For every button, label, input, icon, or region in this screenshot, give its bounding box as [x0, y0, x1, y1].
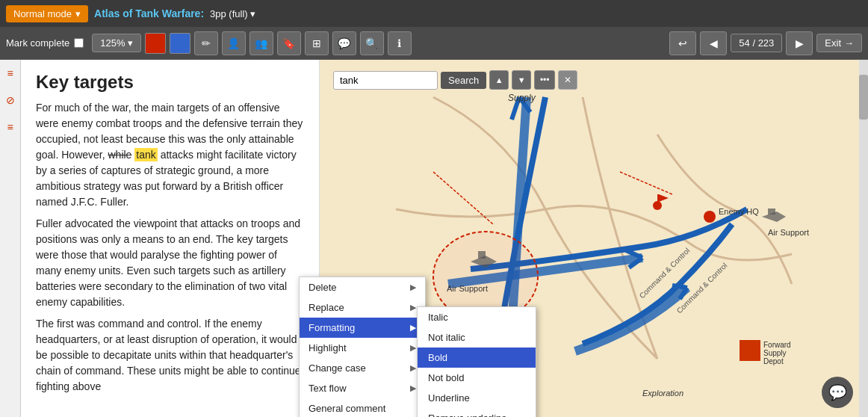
strikethrough-while: while [108, 149, 132, 161]
search-up-button[interactable]: ▲ [489, 70, 509, 90]
submenu-italic[interactable]: Italic [418, 307, 536, 327]
normal-mode-label: Normal mode [13, 8, 72, 19]
remove-underline-label: Remove underline [428, 413, 507, 417]
chat-button[interactable]: 💬 [332, 31, 356, 55]
formatting-arrow: ▶ [410, 323, 416, 333]
prev-page-button[interactable]: ◀ [700, 31, 727, 55]
svg-point-5 [704, 211, 716, 223]
highlight-label: Highlight [309, 342, 347, 353]
people-button[interactable]: 👥 [249, 31, 273, 55]
submenu-remove-underline[interactable]: Remove underline [418, 408, 536, 417]
color-blue-box[interactable] [170, 33, 190, 54]
delete-label: Delete [309, 282, 337, 293]
mark-complete-checkbox[interactable] [74, 38, 84, 48]
sidebar-icon-1[interactable]: ≡ [7, 67, 13, 79]
context-menu-formatting[interactable]: Formatting ▶ [300, 318, 425, 338]
undo-icon: ↩ [678, 37, 687, 49]
zoom-arrow: ▾ [128, 37, 133, 49]
person-button[interactable]: 👤 [222, 31, 246, 55]
search-input[interactable] [333, 71, 438, 90]
submenu-not-italic[interactable]: Not italic [418, 327, 536, 348]
change-case-arrow: ▶ [410, 363, 416, 373]
bold-label: Bold [428, 352, 447, 363]
bookmark-button[interactable]: 🔖 [277, 31, 301, 55]
search-up-icon: ▲ [495, 75, 503, 84]
context-menu-highlight[interactable]: Highlight ▶ [300, 338, 425, 358]
search-more-button[interactable]: ••• [534, 70, 555, 90]
atlas-title: Atlas of Tank Warfare: [94, 7, 204, 19]
air-support-right-label: Air Support [768, 228, 809, 237]
heading-text: Key targets [36, 72, 134, 92]
chat-icon: 💬 [338, 37, 350, 49]
change-case-label: Change case [309, 362, 366, 374]
submenu-bold[interactable]: Bold [418, 348, 536, 368]
context-menu-replace[interactable]: Replace ▶ [300, 297, 425, 318]
edition-arrow: ▾ [250, 8, 255, 19]
not-bold-label: Not bold [428, 372, 464, 383]
page-total: 223 [758, 37, 775, 49]
submenu-underline[interactable]: Underline [418, 388, 536, 408]
next-page-button[interactable]: ▶ [786, 31, 813, 55]
paragraph-1: For much of the war, the main targets of… [36, 100, 304, 210]
mark-complete-label: Mark complete [6, 37, 69, 49]
bookmark-icon: 🔖 [282, 37, 295, 49]
exit-arrow: → [844, 37, 854, 49]
context-menu-change-case[interactable]: Change case ▶ [300, 358, 425, 378]
search-close-button[interactable]: ✕ [558, 70, 577, 90]
search-submit-button[interactable]: Search [441, 72, 486, 89]
delete-arrow: ▶ [410, 282, 416, 292]
exit-button[interactable]: Exit → [816, 34, 862, 52]
main-content: ≡ ⊘ ≡ Key targets For much of the war, t… [0, 60, 868, 417]
mark-complete-container: Mark complete [6, 37, 84, 49]
sidebar-icon-2[interactable]: ⊘ [6, 94, 15, 106]
supply-label: Supply [508, 93, 536, 103]
page-separator: / [752, 37, 755, 49]
replace-arrow: ▶ [410, 303, 416, 312]
person-icon: 👤 [227, 37, 240, 49]
context-menu-general-comment[interactable]: General comment [300, 398, 425, 417]
text-panel: Key targets For much of the war, the mai… [21, 60, 320, 417]
exit-label: Exit [825, 37, 841, 49]
map-scrollbar[interactable] [859, 60, 868, 417]
paragraph-3: The first was command and control. If th… [36, 316, 304, 395]
color-red-box[interactable] [145, 33, 166, 54]
zoom-button[interactable]: 125% ▾ [92, 34, 140, 52]
pencil-button[interactable]: ✏ [194, 31, 218, 55]
search-button-toolbar[interactable]: 🔍 [360, 31, 384, 55]
search-down-icon: ▼ [518, 75, 526, 84]
forward-supply-label: Forward [763, 341, 791, 349]
text-flow-label: Text flow [309, 383, 347, 394]
formatting-label: Formatting [309, 322, 355, 333]
grid-icon: ⊞ [312, 37, 321, 49]
page-current: 54 [739, 37, 749, 49]
search-more-icon: ••• [540, 75, 550, 85]
grid-button[interactable]: ⊞ [305, 31, 329, 55]
search-button-label: Search [448, 75, 479, 86]
mode-dropdown-arrow: ▾ [75, 8, 81, 19]
context-menu-delete[interactable]: Delete ▶ [300, 277, 425, 297]
left-sidebar: ≡ ⊘ ≡ [0, 60, 21, 417]
underline-label: Underline [428, 392, 470, 404]
prev-page-arrow: ◀ [710, 37, 718, 49]
not-italic-label: Not italic [428, 332, 465, 343]
formatting-submenu: Italic Not italic Bold Not bold Underlin… [417, 306, 536, 417]
people-icon: 👥 [255, 37, 267, 49]
chat-support-button[interactable]: 💬 [822, 377, 853, 408]
undo-button[interactable]: ↩ [669, 31, 696, 55]
normal-mode-button[interactable]: Normal mode ▾ [6, 5, 88, 22]
info-button[interactable]: ℹ [388, 31, 412, 55]
submenu-not-bold[interactable]: Not bold [418, 368, 536, 388]
sidebar-icon-3[interactable]: ≡ [7, 121, 13, 133]
search-icon: 🔍 [365, 37, 378, 49]
svg-rect-6 [740, 340, 760, 361]
edition-selector[interactable]: 3pp (full) ▾ [210, 8, 255, 19]
search-down-button[interactable]: ▼ [512, 70, 531, 90]
air-support-label: Air Support [447, 284, 488, 293]
svg-rect-3 [657, 194, 659, 209]
toolbar: Mark complete 125% ▾ ✏ 👤 👥 🔖 ⊞ 💬 🔍 ℹ ↩ ◀ [0, 27, 868, 60]
paragraph-2: Fuller advocated the viewpoint that atta… [36, 216, 304, 310]
context-menu-text-flow[interactable]: Text flow ▶ [300, 378, 425, 398]
navigation-section: ↩ ◀ 54 / 223 ▶ Exit → [669, 31, 862, 55]
context-menu: Delete ▶ Replace ▶ Formatting ▶ Highligh… [299, 277, 426, 417]
scrollbar-thumb[interactable] [859, 75, 868, 120]
